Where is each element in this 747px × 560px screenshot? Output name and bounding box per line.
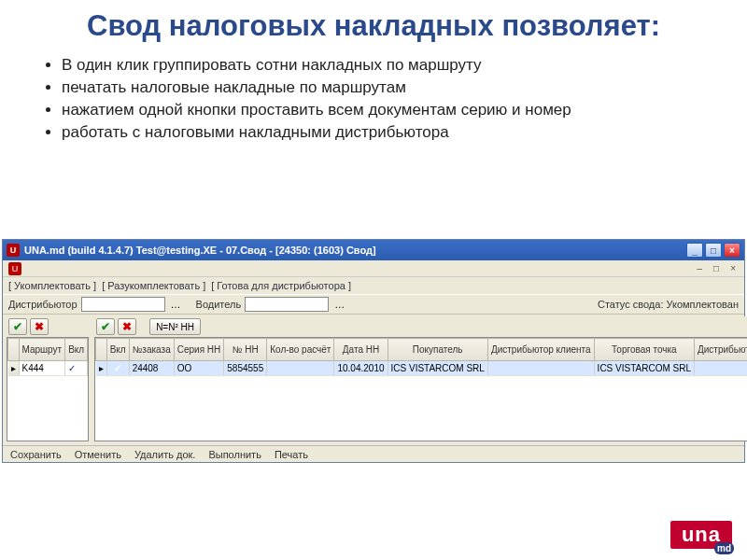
- rowmark-header: [8, 339, 20, 361]
- app-window: U UNA.md (build 4.1.4.7) Test@testing.XE…: [2, 239, 745, 463]
- bullet-item: нажатием одной кнопки проставить всем до…: [62, 101, 710, 119]
- save-button[interactable]: Сохранить: [10, 449, 62, 460]
- buyer-cell[interactable]: ICS VISTARCOM SRL: [388, 361, 487, 376]
- col-date[interactable]: Дата НН: [334, 339, 388, 361]
- order-cell[interactable]: 24408: [129, 361, 174, 376]
- col-route[interactable]: Маршрут: [19, 339, 65, 361]
- col-on[interactable]: Вкл: [106, 339, 129, 361]
- series-cell[interactable]: OO: [174, 361, 224, 376]
- invoices-grid[interactable]: Вкл №заказа Серия НН № НН Кол-во расчёт …: [95, 338, 747, 376]
- exclude-all-button[interactable]: ✖: [118, 318, 136, 335]
- routes-toolbar: ✔ ✖: [7, 316, 89, 337]
- brand-logo: una md: [670, 521, 732, 549]
- qty-cell[interactable]: [267, 361, 334, 376]
- dpoint-cell[interactable]: [695, 361, 748, 376]
- svod-status: Статус свода: Укомплектован: [598, 299, 739, 310]
- distributor-input[interactable]: [81, 297, 165, 312]
- mdi-close-button[interactable]: ×: [727, 263, 739, 273]
- bullet-item: работать с налоговыми накладными дистриб…: [62, 123, 710, 142]
- execute-button[interactable]: Выполнить: [208, 449, 261, 460]
- window-title: UNA.md (build 4.1.4.7) Test@testing.XE -…: [24, 245, 686, 256]
- bullet-item: печатать налоговые накладные по маршрута…: [62, 78, 710, 97]
- minimize-button[interactable]: _: [686, 243, 703, 258]
- titlebar[interactable]: U UNA.md (build 4.1.4.7) Test@testing.XE…: [3, 240, 744, 260]
- date-cell[interactable]: 10.04.2010: [334, 361, 388, 376]
- on-cell[interactable]: ✓: [65, 361, 88, 376]
- table-row[interactable]: ▸ K444 ✓: [8, 361, 88, 376]
- mdi-bar: U – □ ×: [3, 260, 744, 277]
- routes-grid[interactable]: Маршрут Вкл ▸ K444 ✓: [7, 338, 88, 376]
- distributor-label: Дистрибьютор: [8, 299, 78, 310]
- route-cell[interactable]: K444: [19, 361, 65, 376]
- action-complete[interactable]: [ Укомплектовать ]: [8, 280, 96, 291]
- col-on[interactable]: Вкл: [65, 339, 88, 361]
- action-ready[interactable]: [ Готова для дистрибьютора ]: [211, 280, 351, 291]
- tpoint-cell[interactable]: ICS VISTARCOM SRL: [594, 361, 694, 376]
- driver-label: Водитель: [196, 299, 242, 310]
- rowmark-icon: ▸: [8, 361, 20, 376]
- col-order[interactable]: №заказа: [129, 339, 174, 361]
- col-tpoint[interactable]: Торговая точка: [594, 339, 694, 361]
- routes-pane: ✔ ✖ Маршрут Вкл ▸ K444 ✓: [7, 316, 89, 441]
- maximize-button[interactable]: □: [705, 243, 722, 258]
- app-icon: U: [8, 262, 21, 275]
- mdi-minimize-button[interactable]: –: [695, 263, 706, 273]
- close-button[interactable]: ×: [724, 243, 740, 258]
- on-cell[interactable]: ✓: [106, 361, 129, 376]
- slide-title: Свод налоговых накладных позволяет:: [0, 0, 747, 49]
- invoices-toolbar: ✔ ✖ N=N² НН: [94, 316, 747, 337]
- exclude-all-button[interactable]: ✖: [30, 318, 49, 335]
- mdi-restore-button[interactable]: □: [711, 263, 722, 273]
- table-row[interactable]: ▸ ✓ 24408 OO 5854555 10.04.2010 ICS VIST…: [96, 361, 747, 376]
- include-all-button[interactable]: ✔: [8, 318, 27, 335]
- rowmark-icon: ▸: [96, 361, 107, 376]
- action-bar: [ Укомплектовать ] [ Разукомплектовать ]…: [3, 277, 744, 294]
- col-series[interactable]: Серия НН: [174, 339, 224, 361]
- statusbar: Сохранить Отменить Удалить док. Выполнит…: [3, 445, 744, 462]
- invoices-pane: ✔ ✖ N=N² НН Вкл №заказа Серия НН № НН Ко…: [94, 316, 747, 441]
- col-nohh[interactable]: № НН: [224, 339, 267, 361]
- distributor-lookup-button[interactable]: …: [169, 299, 183, 310]
- driver-lookup-button[interactable]: …: [332, 299, 346, 310]
- cancel-button[interactable]: Отменить: [75, 449, 121, 460]
- app-icon: U: [7, 244, 20, 257]
- col-qty[interactable]: Кол-во расчёт: [267, 339, 334, 361]
- slide-bullets: В один клик группировать сотни накладных…: [0, 49, 747, 153]
- col-dclient[interactable]: Дистрибьютор клиента: [487, 339, 594, 361]
- action-uncomplete[interactable]: [ Разукомплектовать ]: [102, 280, 205, 291]
- delete-doc-button[interactable]: Удалить док.: [134, 449, 195, 460]
- include-all-button[interactable]: ✔: [96, 318, 115, 335]
- col-buyer[interactable]: Покупатель: [388, 339, 487, 361]
- nohh-cell[interactable]: 5854555: [224, 361, 267, 376]
- rowmark-header: [96, 339, 107, 361]
- dclient-cell[interactable]: [487, 361, 594, 376]
- col-dpoint[interactable]: Дистрибьютор торг.точки: [695, 339, 748, 361]
- bullet-item: В один клик группировать сотни накладных…: [62, 56, 710, 75]
- filter-bar: Дистрибьютор … Водитель … Статус свода: …: [3, 294, 744, 315]
- assign-numbers-button[interactable]: N=N² НН: [149, 318, 201, 335]
- brand-suffix: md: [714, 542, 734, 554]
- print-button[interactable]: Печать: [275, 449, 308, 460]
- driver-input[interactable]: [245, 297, 329, 312]
